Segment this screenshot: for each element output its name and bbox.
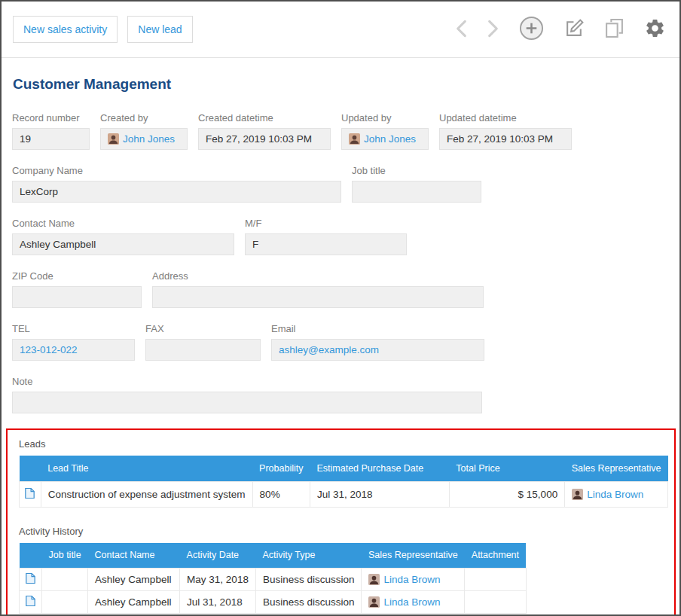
field-label: Created datetime [198, 112, 331, 124]
column-header: Probability [252, 456, 310, 481]
table-row: Ashley Campbell May 31, 2018 Business di… [20, 569, 527, 591]
column-header: Estimated Purchase Date [310, 456, 449, 481]
record-detail: Customer Management Record number 19 Cre… [2, 76, 679, 616]
highlighted-section: Leads Lead Title Probability Estimated P… [6, 428, 676, 616]
tel-link[interactable]: 123-012-022 [20, 344, 78, 355]
created-by-link[interactable]: John Jones [123, 133, 175, 145]
job-title-cell [42, 591, 88, 614]
created-datetime-value: Feb 27, 2019 10:03 PM [198, 128, 331, 150]
field-label: Email [271, 323, 484, 334]
mf-value: F [245, 233, 407, 255]
field-company-name: Company Name LexCorp [12, 165, 341, 203]
zip-code-value [12, 286, 142, 308]
leads-section-label: Leads [19, 438, 668, 450]
record-number-value: 19 [12, 128, 90, 150]
column-header: Sales Representative [565, 456, 668, 481]
avatar [349, 133, 360, 145]
column-header: Contact Name [88, 543, 180, 569]
field-row: ZIP Code Address [12, 270, 669, 308]
field-email: Email ashley@example.com [271, 323, 484, 361]
attachment-cell [465, 591, 526, 614]
next-record-button[interactable] [487, 20, 499, 40]
app-window: New sales activity New lead [0, 0, 681, 616]
note-value [12, 392, 482, 413]
leads-table: Lead Title Probability Estimated Purchas… [19, 456, 668, 508]
field-row: Record number 19 Created by John Jones C… [12, 112, 669, 150]
column-header: Lead Title [41, 456, 252, 481]
chevron-left-icon [456, 20, 467, 40]
field-row: Note [12, 376, 669, 413]
new-sales-activity-button[interactable]: New sales activity [13, 16, 118, 43]
field-created-by: Created by John Jones [100, 112, 188, 150]
field-label: TEL [12, 323, 135, 334]
record-document-icon[interactable] [25, 490, 35, 502]
field-created-datetime: Created datetime Feb 27, 2019 10:03 PM [198, 112, 331, 150]
avatar [572, 489, 583, 500]
purchase-date-cell: Jul 31, 2018 [310, 481, 449, 507]
job-title-value [352, 181, 481, 203]
activity-date-cell: May 31, 2018 [180, 569, 256, 591]
copy-icon [605, 18, 624, 41]
page-title: Customer Management [13, 76, 669, 93]
record-document-icon[interactable] [26, 598, 35, 609]
field-label: FAX [145, 323, 261, 334]
field-label: Updated datetime [439, 112, 572, 124]
field-updated-datetime: Updated datetime Feb 27, 2019 10:03 PM [439, 112, 572, 150]
field-note: Note [12, 376, 482, 413]
sales-rep-link[interactable]: Linda Brown [383, 574, 440, 585]
field-row: TEL 123-012-022 FAX Email ashley@example… [12, 323, 669, 361]
field-mf: M/F F [245, 218, 407, 255]
email-link[interactable]: ashley@example.com [279, 344, 379, 355]
field-zip-code: ZIP Code [12, 270, 142, 308]
edit-pencil-icon [564, 18, 585, 41]
field-address: Address [152, 270, 484, 308]
field-label: Company Name [12, 165, 341, 176]
activity-history-table: Job title Contact Name Activity Date Act… [19, 543, 527, 614]
sales-rep-link[interactable]: Linda Brown [587, 489, 643, 500]
sales-rep-cell: Linda Brown [362, 569, 465, 591]
field-label: Note [12, 376, 482, 387]
avatar [368, 574, 380, 585]
address-value [152, 286, 484, 308]
record-icon-header [20, 456, 41, 481]
field-label: M/F [245, 218, 407, 229]
attachment-cell [465, 569, 526, 591]
field-contact-name: Contact Name Ashley Campbell [12, 218, 234, 255]
activity-type-cell: Business discussion [255, 569, 362, 591]
table-row: Construction of expense adjustment syste… [20, 481, 668, 507]
contact-name-cell: Ashley Campbell [88, 591, 180, 614]
record-document-icon[interactable] [26, 575, 35, 587]
plus-circle-icon [519, 16, 544, 43]
sales-rep-cell: Linda Brown [362, 591, 465, 614]
add-record-button[interactable] [519, 16, 544, 43]
table-row: Ashley Campbell Jul 31, 2018 Business di… [20, 591, 527, 614]
column-header: Activity Date [180, 543, 256, 569]
updated-by-link[interactable]: John Jones [364, 133, 416, 145]
duplicate-record-button[interactable] [605, 18, 624, 41]
fax-value [145, 339, 261, 361]
field-label: Record number [12, 112, 90, 124]
activity-type-cell: Business discussion [255, 591, 362, 614]
column-header: Attachment [465, 543, 526, 569]
column-header: Activity Type [255, 543, 362, 569]
edit-record-button[interactable] [564, 18, 585, 41]
prev-record-button[interactable] [456, 20, 467, 40]
field-label: Address [152, 270, 484, 282]
field-label: Job title [352, 165, 481, 176]
probability-cell: 80% [252, 481, 310, 507]
field-label: Contact Name [12, 218, 234, 229]
sales-rep-link[interactable]: Linda Brown [383, 596, 440, 608]
field-label: Created by [100, 112, 188, 124]
avatar [108, 133, 119, 145]
sales-rep-cell: Linda Brown [565, 481, 668, 507]
lead-title-cell: Construction of expense adjustment syste… [41, 481, 252, 507]
new-lead-button[interactable]: New lead [127, 16, 192, 43]
settings-button[interactable] [644, 17, 666, 41]
record-icon-header [20, 543, 42, 569]
avatar [368, 596, 380, 608]
updated-datetime-value: Feb 27, 2019 10:03 PM [439, 128, 572, 150]
toolbar: New sales activity New lead [2, 2, 679, 58]
field-label: ZIP Code [12, 270, 142, 282]
field-label: Updated by [341, 112, 429, 124]
contact-name-value: Ashley Campbell [12, 233, 234, 255]
